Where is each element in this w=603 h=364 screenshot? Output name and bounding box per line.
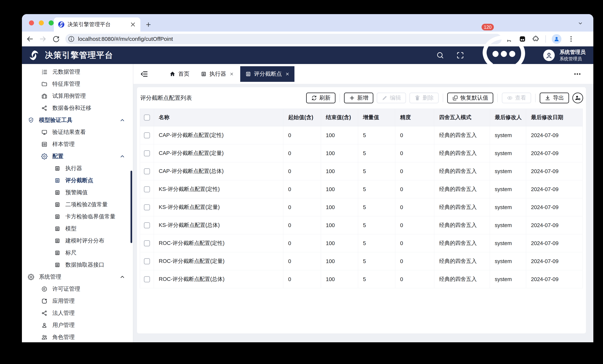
receipt-icon xyxy=(54,214,60,220)
sidebar-item-卡方检验临界值常量[interactable]: 卡方检验临界值常量 xyxy=(22,211,133,223)
user-avatar[interactable] xyxy=(543,49,555,61)
table-cell: system xyxy=(490,144,526,162)
sidebar-item-试算用例管理[interactable]: 试算用例管理 xyxy=(22,90,133,102)
sidebar-item-模型验证工具[interactable]: 模型验证工具 xyxy=(22,114,133,126)
button-label: 编辑 xyxy=(390,94,401,102)
sidebar-item-元数据管理[interactable]: 123元数据管理 xyxy=(22,66,133,78)
search-icon[interactable] xyxy=(436,51,444,59)
查看-button[interactable]: 查看 xyxy=(502,92,531,103)
table-cell: 2024-07-09 xyxy=(526,162,583,180)
panel-header: 评分截断点配置列表 刷新新增编辑删除恢复默认值查看导出 xyxy=(140,87,583,109)
close-tab-icon[interactable] xyxy=(230,72,234,76)
刷新-button[interactable]: 刷新 xyxy=(306,92,336,103)
sidebar-item-角色管理[interactable]: 角色管理 xyxy=(22,331,133,342)
table-cell: system xyxy=(490,162,526,180)
row-checkbox[interactable] xyxy=(144,132,150,138)
恢复默认值-button[interactable]: 恢复默认值 xyxy=(447,92,493,103)
site-info-icon[interactable] xyxy=(68,35,75,43)
minimize-window-button[interactable] xyxy=(39,20,44,25)
sidebar-item-模型[interactable]: 模型 xyxy=(22,223,133,235)
table-cell: 5 xyxy=(358,126,395,144)
sidebar-item-数据抽取器接口[interactable]: 数据抽取器接口 xyxy=(22,259,133,271)
sidebar-item-label: 模型验证工具 xyxy=(39,116,72,124)
user-icon xyxy=(41,322,47,328)
column-header-名称: 名称 xyxy=(154,109,283,126)
user-settings-button[interactable] xyxy=(572,92,583,103)
close-tab-icon[interactable] xyxy=(130,21,136,28)
sidebar-item-label: 试算用例管理 xyxy=(52,92,86,100)
table-cell: system xyxy=(490,234,526,252)
table-header-checkbox-cell xyxy=(140,109,154,126)
row-checkbox[interactable] xyxy=(144,222,150,228)
row-checkbox[interactable] xyxy=(144,186,150,192)
url-text: localhost:8080/#/mv/config/cutOffPoint xyxy=(78,36,173,42)
sidebar-item-执行器[interactable]: 执行器 xyxy=(22,162,133,174)
table-cell: ROC-评分截断点配置(定性) xyxy=(154,234,283,252)
table-cell: 0 xyxy=(283,144,321,162)
favicon-swirl-icon xyxy=(58,21,65,28)
sidebar-item-label: 元数据管理 xyxy=(52,68,80,76)
table-cell: 5 xyxy=(358,162,395,180)
receipt-icon xyxy=(54,226,60,232)
row-checkbox[interactable] xyxy=(144,276,150,282)
tab-options-ellipsis-icon[interactable] xyxy=(573,70,581,78)
gear-icon xyxy=(28,274,34,280)
sidebar-item-样本管理[interactable]: 样本管理 xyxy=(22,138,133,150)
sidebar-item-label: 二项检验Z值常量 xyxy=(65,201,108,208)
row-checkbox[interactable] xyxy=(144,258,150,264)
button-label: 刷新 xyxy=(319,94,330,102)
new-tab-button[interactable]: + xyxy=(146,19,151,30)
row-checkbox[interactable] xyxy=(144,204,150,210)
sidebar-item-验证结果查看[interactable]: 验证结果查看 xyxy=(22,126,133,138)
table-cell: 0 xyxy=(395,234,434,252)
sidebar-scrollbar-thumb[interactable] xyxy=(130,171,132,243)
sidebar-item-用户管理[interactable]: 用户管理 xyxy=(22,319,133,331)
table-cell: KS-评分截断点配置(总体) xyxy=(154,216,283,234)
workspace-tab-执行器[interactable]: 执行器 xyxy=(196,64,239,84)
sidebar-item-label: 执行器 xyxy=(65,165,82,172)
导出-button[interactable]: 导出 xyxy=(540,92,569,103)
sidebar-item-二项检验Z值常量[interactable]: 二项检验Z值常量 xyxy=(22,198,133,211)
refresh-icon xyxy=(311,95,317,101)
sidebar-item-特征库管理[interactable]: 特征库管理 xyxy=(22,78,133,90)
browser-window: 决策引擎管理平台 + localhost:8080/#/mv/config/cu… xyxy=(22,14,593,342)
collapse-sidebar-icon[interactable] xyxy=(140,70,149,78)
row-checkbox[interactable] xyxy=(144,240,150,246)
sidebar-item-应用管理[interactable]: 应用管理 xyxy=(22,295,133,307)
编辑-button[interactable]: 编辑 xyxy=(377,92,406,103)
table-cell: 100 xyxy=(321,144,358,162)
sidebar-item-评分截断点[interactable]: 评分截断点 xyxy=(22,174,133,186)
column-header-最后修改人: 最后修改人 xyxy=(490,109,526,126)
forward-icon[interactable] xyxy=(39,35,47,43)
table-cell: 2024-07-09 xyxy=(526,126,583,144)
新增-button[interactable]: 新增 xyxy=(344,92,373,103)
select-all-checkbox[interactable] xyxy=(144,114,150,121)
sidebar-item-预警阈值[interactable]: 预警阈值 xyxy=(22,186,133,198)
table-cell: system xyxy=(490,252,526,270)
zoom-window-button[interactable] xyxy=(49,20,54,25)
table-row: ROC-评分截断点配置(总体)010050经典的四舍五入system2024-0… xyxy=(140,270,583,288)
row-checkbox[interactable] xyxy=(144,168,150,174)
back-icon[interactable] xyxy=(26,35,34,43)
close-tab-icon[interactable] xyxy=(285,72,290,76)
reload-icon[interactable] xyxy=(52,35,60,43)
sidebar-item-配置[interactable]: 配置 xyxy=(22,150,133,162)
sidebar-item-标尺[interactable]: 标尺 xyxy=(22,247,133,259)
sidebar-item-数据备份和迁移[interactable]: 数据备份和迁移 xyxy=(22,102,133,114)
fullscreen-icon[interactable] xyxy=(456,51,464,59)
workspace-tab-首页[interactable]: 首页 xyxy=(164,64,194,84)
row-checkbox[interactable] xyxy=(144,150,150,156)
sidebar-item-系统管理[interactable]: 系统管理 xyxy=(22,271,133,283)
workspace-tab-评分截断点[interactable]: 评分截断点 xyxy=(240,66,294,82)
close-window-button[interactable] xyxy=(29,20,34,25)
browser-tab[interactable]: 决策引擎管理平台 xyxy=(54,17,140,32)
table-cell: 经典的四舍五入 xyxy=(434,162,490,180)
sidebar-item-法人管理[interactable]: 法人管理 xyxy=(22,307,133,319)
sidebar-item-建模时评分分布[interactable]: 建模时评分分布 xyxy=(22,235,133,247)
receipt-icon xyxy=(54,189,60,196)
sidebar-item-许可证管理[interactable]: 许可证管理 xyxy=(22,283,133,295)
tab-list-chevron-icon[interactable] xyxy=(578,21,583,26)
table-row: CAP-评分截断点配置(总体)010050经典的四舍五入system2024-0… xyxy=(140,162,583,180)
toolbar-separator xyxy=(535,94,536,102)
删除-button[interactable]: 删除 xyxy=(409,92,439,103)
